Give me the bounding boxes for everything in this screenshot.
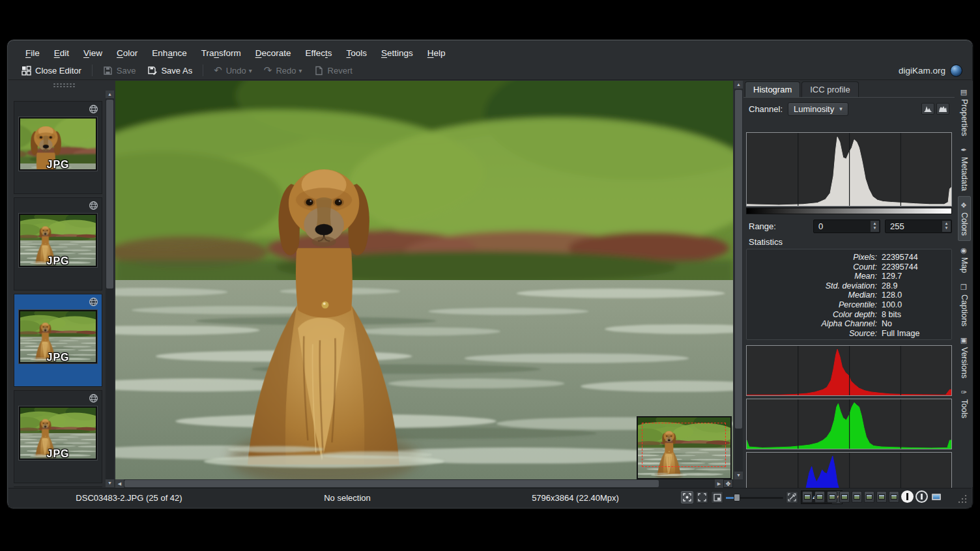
stat-label: Mean: — [747, 272, 877, 281]
channel-select[interactable]: Luminosity ▾ — [788, 102, 848, 116]
under-exposure-indicator-button[interactable] — [901, 490, 914, 503]
tab-histogram[interactable]: Histogram — [745, 81, 800, 98]
preview-button-1[interactable] — [802, 491, 813, 503]
menu-settings[interactable]: Settings — [375, 46, 420, 60]
statistics-title: Statistics — [749, 237, 783, 247]
histogram-panel: HistogramICC profile Channel: Luminosity… — [743, 81, 955, 487]
slider-knob[interactable] — [734, 494, 740, 502]
range-max-input[interactable]: 255 ▲▼ — [885, 219, 952, 233]
editor-canvas[interactable] — [115, 81, 733, 479]
scroll-right-icon[interactable]: ▶ — [715, 479, 723, 488]
redo-dropdown-icon[interactable]: ▾ — [299, 67, 302, 74]
zoom-slider[interactable] — [726, 492, 783, 503]
save-button[interactable]: Save — [99, 64, 140, 78]
thumbnail-item-5[interactable] — [14, 487, 102, 487]
thumbnail-item-4[interactable]: JPG — [14, 390, 102, 483]
sidebar-tab-map[interactable]: ◉Map — [958, 242, 970, 277]
fit-to-window-button[interactable] — [681, 491, 693, 503]
spinner-arrows-icon[interactable]: ▲▼ — [942, 221, 951, 232]
sidebar-tab-versions[interactable]: ▣Versions — [958, 332, 970, 383]
save-as-button[interactable]: Save As — [143, 64, 196, 78]
menu-effects[interactable]: Effects — [298, 46, 338, 60]
thumbnail-item-3[interactable]: JPG — [14, 294, 102, 387]
pan-navigator-overlay[interactable] — [637, 416, 732, 479]
sidebar-tab-tools[interactable]: ✑Tools — [958, 384, 970, 423]
sidebar-tab-captions[interactable]: ❒Captions — [958, 279, 970, 331]
sidebar-tab-properties[interactable]: ▤Properties — [958, 83, 970, 141]
sidebar-tab-label: Versions — [960, 347, 969, 378]
logarithmic-scale-button[interactable] — [936, 103, 949, 115]
thumbnail-item-1[interactable]: JPG — [14, 101, 102, 194]
preview-button-6[interactable] — [864, 491, 874, 503]
menu-enhance[interactable]: Enhance — [145, 46, 193, 60]
sidebar-tab-metadata[interactable]: ✒Metadata — [958, 141, 970, 195]
menu-file[interactable]: File — [19, 46, 46, 60]
sidebar-tab-colors[interactable]: ❖Colors — [958, 196, 971, 241]
thumbnail-item-2[interactable]: JPG — [14, 197, 102, 290]
preview-button-5[interactable] — [852, 491, 862, 503]
tab-icc-profile[interactable]: ICC profile — [801, 81, 858, 98]
scrollbar-thumb[interactable] — [106, 100, 113, 289]
captions-icon: ❒ — [960, 283, 969, 292]
undo-icon: ↶ — [214, 64, 222, 76]
revert-icon — [314, 66, 324, 76]
close-editor-button[interactable]: Close Editor — [18, 64, 85, 78]
zoom-out-button[interactable] — [711, 491, 723, 503]
scroll-left-icon[interactable]: ◀ — [115, 479, 124, 488]
scrollbar-thumb[interactable] — [735, 90, 742, 429]
stat-label: Median: — [747, 290, 877, 300]
scroll-up-icon[interactable]: ▲ — [734, 81, 743, 89]
stat-label: Alpha Channel: — [747, 319, 877, 329]
menu-color[interactable]: Color — [110, 46, 144, 60]
luminosity-histogram[interactable] — [746, 132, 952, 206]
desktop-background: FileEditViewColorEnhanceTransformDecorat… — [0, 0, 980, 551]
window-resize-grip[interactable] — [958, 495, 968, 504]
brand: digiKam.org — [899, 64, 962, 77]
scroll-down-icon[interactable]: ▼ — [106, 479, 114, 487]
canvas-vertical-scrollbar[interactable]: ▲ ▼ — [734, 81, 743, 479]
stat-value: Full Image — [877, 329, 919, 339]
linear-scale-button[interactable] — [921, 103, 934, 115]
stat-value: 129.7 — [877, 272, 902, 281]
stat-value: No — [877, 319, 892, 329]
canvas-horizontal-scrollbar[interactable]: ◀ ▶ ✥ — [115, 479, 733, 488]
toolbar-separator — [203, 64, 203, 76]
menu-edit[interactable]: Edit — [48, 46, 76, 60]
menu-help[interactable]: Help — [421, 46, 452, 60]
geolocation-globe-icon — [89, 393, 98, 403]
preview-button-4[interactable] — [839, 491, 850, 503]
scrollbar-thumb[interactable] — [124, 480, 659, 487]
range-min-input[interactable]: 0 ▲▼ — [813, 219, 880, 233]
preview-button-8[interactable] — [889, 491, 899, 503]
preview-button-3[interactable] — [827, 491, 837, 503]
luminance-gradient-strip — [746, 208, 952, 214]
sidebar-drag-handle[interactable] — [53, 83, 75, 87]
digikam-logo-icon — [950, 64, 962, 77]
stat-label: Percentile: — [747, 300, 877, 310]
scroll-up-icon[interactable]: ▲ — [106, 91, 114, 98]
thumbnail-scrollbar[interactable]: ▲ ▼ — [106, 91, 114, 487]
pan-tool-icon[interactable]: ✥ — [723, 479, 733, 488]
over-exposure-indicator-button[interactable] — [915, 490, 928, 503]
preview-button-7[interactable] — [876, 491, 887, 503]
stat-value: 28.9 — [877, 281, 897, 291]
undo-button[interactable]: ↶ Undo ▾ — [210, 63, 256, 78]
fit-to-selection-button[interactable] — [696, 491, 708, 503]
menu-tools[interactable]: Tools — [340, 46, 374, 60]
revert-button[interactable]: Revert — [310, 64, 356, 78]
redo-button[interactable]: ↷ Redo ▾ — [260, 63, 306, 78]
color-managed-view-button[interactable] — [930, 490, 943, 503]
menu-decorate[interactable]: Decorate — [249, 46, 298, 60]
thumbnail-list: JPGJPGJPGJPG — [12, 91, 104, 487]
zoom-out-icon — [713, 494, 721, 502]
undo-dropdown-icon[interactable]: ▾ — [249, 67, 252, 74]
spinner-arrows-icon[interactable]: ▲▼ — [871, 221, 879, 232]
image-icon — [891, 494, 897, 500]
scroll-down-icon[interactable]: ▼ — [734, 472, 743, 479]
navigator-view-rectangle[interactable] — [642, 423, 726, 467]
status-bar: DSC03483-2.JPG (25 of 42) No selection 5… — [8, 488, 972, 507]
menu-view[interactable]: View — [77, 46, 109, 60]
zoom-100-button[interactable] — [786, 491, 798, 503]
preview-button-2[interactable] — [814, 491, 825, 503]
menu-transform[interactable]: Transform — [195, 46, 248, 60]
